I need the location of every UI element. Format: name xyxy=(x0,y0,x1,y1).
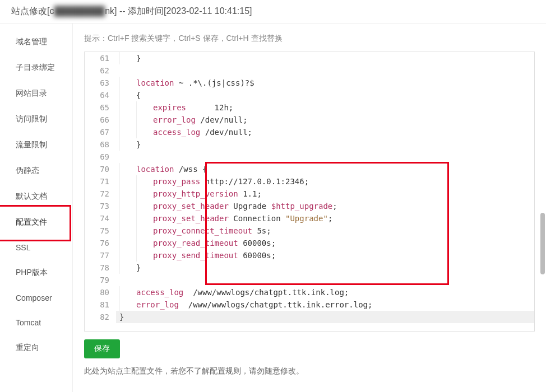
line-number: 79 xyxy=(85,274,116,286)
code-line[interactable]: 69 xyxy=(85,151,534,163)
editor-hint: 提示：Ctrl+F 搜索关键字，Ctrl+S 保存，Ctrl+H 查找替换 xyxy=(84,34,535,44)
line-number: 62 xyxy=(85,64,116,77)
code-line[interactable]: 61} xyxy=(85,52,534,64)
line-number: 82 xyxy=(85,311,116,323)
sidebar: 域名管理子目录绑定网站目录访问限制流量限制伪静态默认文档配置文件SSLPHP版本… xyxy=(0,24,73,392)
header-prefix: 站点修改[c xyxy=(11,6,54,16)
code-content[interactable]: access_log /www/wwwlogs/chatgpt.ttk.ink.… xyxy=(116,286,534,298)
code-line[interactable]: 65expires 12h; xyxy=(85,101,534,114)
code-line[interactable]: 77proxy_send_timeout 60000s; xyxy=(85,249,534,262)
sidebar-item-1[interactable]: 子目录绑定 xyxy=(0,55,72,81)
code-content[interactable]: proxy_read_timeout 60000s; xyxy=(116,237,534,249)
sidebar-item-10[interactable]: Composer xyxy=(0,286,72,310)
line-number: 64 xyxy=(85,89,116,101)
header-blurred: ████████ xyxy=(54,6,105,16)
code-content[interactable]: } xyxy=(116,138,534,151)
line-number: 68 xyxy=(85,138,116,151)
code-line[interactable]: 63location ~ .*\.(js|css)?$ xyxy=(85,77,534,89)
code-content[interactable]: location /wss { xyxy=(116,163,534,175)
code-line[interactable]: 64{ xyxy=(85,89,534,101)
code-line[interactable]: 82} xyxy=(85,311,534,323)
line-number: 71 xyxy=(85,175,116,188)
code-line[interactable]: 75proxy_connect_timeout 5s; xyxy=(85,225,534,237)
line-number: 81 xyxy=(85,298,116,311)
code-line[interactable]: 80access_log /www/wwwlogs/chatgpt.ttk.in… xyxy=(85,286,534,298)
code-line[interactable]: 79 xyxy=(85,274,534,286)
code-content[interactable]: } xyxy=(116,262,534,274)
code-content[interactable]: proxy_set_header Connection "Upgrade"; xyxy=(116,212,534,225)
sidebar-item-0[interactable]: 域名管理 xyxy=(0,29,72,55)
line-number: 73 xyxy=(85,200,116,212)
code-line[interactable]: 68} xyxy=(85,138,534,151)
code-content[interactable]: error_log /www/wwwlogs/chatgpt.ttk.ink.e… xyxy=(116,298,534,311)
sidebar-item-11[interactable]: Tomcat xyxy=(0,310,72,335)
code-line[interactable]: 67access_log /dev/null; xyxy=(85,126,534,138)
main-panel: 提示：Ctrl+F 搜索关键字，Ctrl+S 保存，Ctrl+H 查找替换 61… xyxy=(73,24,546,392)
code-line[interactable]: 74proxy_set_header Connection "Upgrade"; xyxy=(85,212,534,225)
line-number: 67 xyxy=(85,126,116,138)
code-content[interactable] xyxy=(116,274,534,286)
code-content[interactable]: { xyxy=(116,89,534,101)
code-line[interactable]: 78} xyxy=(85,262,534,274)
code-editor[interactable]: 61}6263location ~ .*\.(js|css)?$64{65exp… xyxy=(84,52,535,332)
line-number: 69 xyxy=(85,151,116,163)
code-content[interactable]: } xyxy=(116,311,534,323)
sidebar-item-2[interactable]: 网站目录 xyxy=(0,81,72,106)
code-content[interactable]: error_log /dev/null; xyxy=(116,114,534,126)
code-line[interactable]: 81error_log /www/wwwlogs/chatgpt.ttk.ink… xyxy=(85,298,534,311)
sidebar-item-12[interactable]: 重定向 xyxy=(0,335,72,361)
code-content[interactable]: } xyxy=(116,52,534,64)
code-content[interactable]: proxy_connect_timeout 5s; xyxy=(116,225,534,237)
save-button[interactable]: 保存 xyxy=(84,339,120,358)
code-content[interactable]: expires 12h; xyxy=(116,101,534,114)
code-line[interactable]: 62 xyxy=(85,64,534,77)
code-line[interactable]: 71proxy_pass http://127.0.0.1:2346; xyxy=(85,175,534,188)
sidebar-item-4[interactable]: 流量限制 xyxy=(0,132,72,158)
line-number: 76 xyxy=(85,237,116,249)
line-number: 65 xyxy=(85,101,116,114)
code-line[interactable]: 66error_log /dev/null; xyxy=(85,114,534,126)
line-number: 61 xyxy=(85,52,116,64)
line-number: 78 xyxy=(85,262,116,274)
scrollbar-thumb[interactable] xyxy=(540,213,545,274)
modal-header: 站点修改[c████████nk] -- 添加时间[2023-02-11 10:… xyxy=(0,0,546,24)
line-number: 74 xyxy=(85,212,116,225)
code-content[interactable]: proxy_http_version 1.1; xyxy=(116,188,534,200)
code-content[interactable]: proxy_send_timeout 60000s; xyxy=(116,249,534,262)
line-number: 77 xyxy=(85,249,116,262)
code-line[interactable]: 72proxy_http_version 1.1; xyxy=(85,188,534,200)
code-line[interactable]: 76proxy_read_timeout 60000s; xyxy=(85,237,534,249)
sidebar-item-9[interactable]: PHP版本 xyxy=(0,260,72,286)
code-content[interactable] xyxy=(116,64,534,77)
code-content[interactable]: proxy_set_header Upgrade $http_upgrade; xyxy=(116,200,534,212)
code-content[interactable] xyxy=(116,151,534,163)
line-number: 80 xyxy=(85,286,116,298)
header-suffix: nk] -- 添加时间[2023-02-11 10:41:15] xyxy=(105,6,252,16)
sidebar-item-8[interactable]: SSL xyxy=(0,235,72,260)
code-line[interactable]: 73proxy_set_header Upgrade $http_upgrade… xyxy=(85,200,534,212)
sidebar-item-6[interactable]: 默认文档 xyxy=(0,184,72,209)
code-content[interactable]: access_log /dev/null; xyxy=(116,126,534,138)
line-number: 66 xyxy=(85,114,116,126)
sidebar-item-3[interactable]: 访问限制 xyxy=(0,106,72,132)
sidebar-item-5[interactable]: 伪静态 xyxy=(0,158,72,184)
code-content[interactable]: proxy_pass http://127.0.0.1:2346; xyxy=(116,175,534,188)
line-number: 63 xyxy=(85,77,116,89)
config-warning: 此处为站点主配置文件，若您不了解配置规则，请勿随意修改。 xyxy=(84,366,535,376)
code-line[interactable]: 70location /wss { xyxy=(85,163,534,175)
line-number: 75 xyxy=(85,225,116,237)
code-content[interactable]: location ~ .*\.(js|css)?$ xyxy=(116,77,534,89)
line-number: 70 xyxy=(85,163,116,175)
sidebar-item-7[interactable]: 配置文件 xyxy=(0,209,72,235)
line-number: 72 xyxy=(85,188,116,200)
